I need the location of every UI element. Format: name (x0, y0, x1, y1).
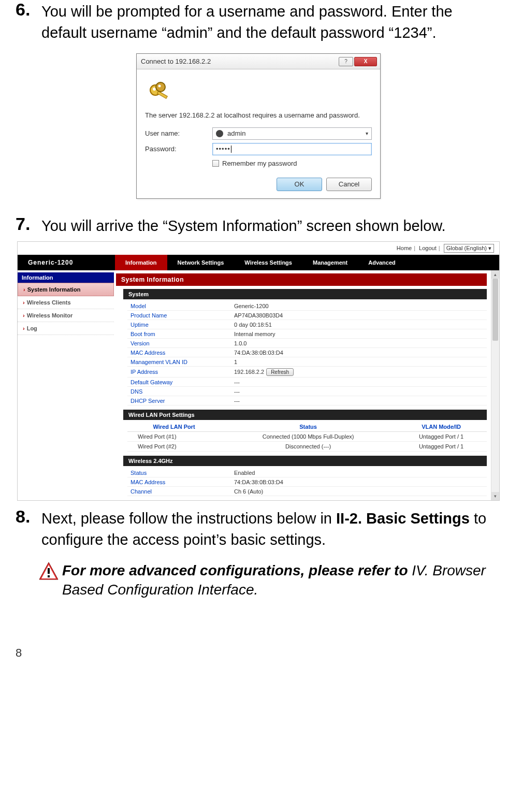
page-number: 8 (16, 646, 501, 660)
section-wireless-24: Wireless 2.4GHz (123, 456, 487, 466)
lan-table: Wired LAN PortStatusVLAN Mode/ID Wired P… (127, 422, 487, 452)
step-text: You will arrive the “System Information”… (41, 214, 446, 237)
wireless24-table: StatusEnabled MAC Address74:DA:38:0B:03:… (127, 468, 487, 496)
table-row: StatusEnabled (127, 468, 487, 477)
table-row: Product NameAP74DA380B03D4 (127, 311, 487, 320)
sidebar-item-wireless-clients[interactable]: ›Wireless Clients (18, 296, 114, 309)
scroll-thumb[interactable] (492, 279, 498, 341)
remember-label: Remember my password (222, 160, 297, 167)
chevron-down-icon[interactable]: ▾ (366, 130, 368, 136)
table-row: Wired Port (#1)Connected (1000 Mbps Full… (127, 432, 487, 442)
table-row: MAC Address74:DA:38:0B:03:D4 (127, 477, 487, 487)
home-link[interactable]: Home (397, 245, 412, 251)
table-row: DNS--- (127, 387, 487, 396)
brand: Generic-1200 (18, 259, 115, 266)
close-button[interactable]: X (354, 57, 377, 66)
table-row: Uptime0 day 00:18:51 (127, 320, 487, 329)
refresh-button[interactable]: Refresh (266, 368, 294, 376)
language-select[interactable]: Global (English) ▾ (444, 244, 494, 253)
logout-link[interactable]: Logout (419, 245, 437, 251)
step-text: You will be prompted for a username and … (41, 0, 501, 43)
keys-icon (145, 78, 174, 107)
step-8: 8. Next, please follow the instructions … (16, 507, 501, 550)
svg-point-4 (158, 85, 161, 88)
titlebar: Connect to 192.168.2.2 ? X (137, 54, 380, 69)
sidebar-item-log[interactable]: ›Log (18, 322, 114, 335)
system-table: ModelGeneric-1200 Product NameAP74DA380B… (127, 301, 487, 405)
router-admin-screenshot: Home| Logout| Global (English) ▾ Generic… (17, 241, 500, 501)
svg-point-3 (156, 82, 165, 92)
svg-point-1 (153, 88, 156, 91)
text-caret (231, 146, 231, 153)
main-nav: Generic-1200 Information Network Setting… (18, 255, 499, 270)
sidebar-item-system-information[interactable]: ›System Information (18, 283, 114, 296)
step-number: 8. (16, 507, 41, 550)
svg-rect-7 (48, 568, 50, 574)
remember-checkbox[interactable] (212, 160, 219, 167)
step-text: Next, please follow the instructions bel… (41, 507, 501, 550)
cancel-button[interactable]: Cancel (326, 178, 372, 191)
auth-dialog-wrap: Connect to 192.168.2.2 ? X The server 19… (16, 53, 501, 199)
table-row: Default Gateway--- (127, 378, 487, 387)
step-7: 7. You will arrive the “System Informati… (16, 214, 501, 237)
warning-icon (38, 561, 59, 582)
router-main: Information ›System Information ›Wireles… (18, 270, 499, 500)
password-value: ••••• (216, 145, 230, 153)
sidebar-item-wireless-monitor[interactable]: ›Wireless Monitor (18, 309, 114, 322)
panel-title: System Information (116, 273, 487, 286)
tab-management[interactable]: Management (302, 255, 358, 270)
tab-information[interactable]: Information (115, 255, 167, 270)
note-text: For more advanced configurations, please… (62, 561, 501, 600)
sidebar-head: Information (18, 272, 114, 283)
table-header-row: Wired LAN PortStatusVLAN Mode/ID (127, 422, 487, 432)
content-pane: ▴ ▾ System Information System ModelGener… (116, 270, 499, 500)
button-row: OK Cancel (145, 178, 372, 191)
tab-wireless-settings[interactable]: Wireless Settings (234, 255, 302, 270)
svg-rect-8 (48, 575, 50, 577)
remember-row: Remember my password (212, 160, 372, 167)
tab-advanced[interactable]: Advanced (358, 255, 406, 270)
step-number: 6. (16, 0, 41, 43)
scroll-down-icon[interactable]: ▾ (491, 492, 499, 500)
table-row: IP Address192.168.2.2Refresh (127, 367, 487, 378)
dialog-title: Connect to 192.168.2.2 (141, 57, 338, 65)
scroll-up-icon[interactable]: ▴ (491, 270, 499, 279)
section-system: System (123, 289, 487, 299)
table-row: ChannelCh 6 (Auto) (127, 487, 487, 496)
sidebar: Information ›System Information ›Wireles… (18, 270, 116, 500)
table-row: MAC Address74:DA:38:0B:03:D4 (127, 348, 487, 357)
username-value: admin (227, 129, 245, 137)
dialog-body: The server 192.168.2.2 at localhost requ… (137, 69, 380, 198)
note: For more advanced configurations, please… (38, 561, 501, 600)
section-lan: Wired LAN Port Settings (123, 410, 487, 420)
auth-prompt-text: The server 192.168.2.2 at localhost requ… (145, 111, 372, 120)
auth-dialog: Connect to 192.168.2.2 ? X The server 19… (136, 53, 381, 199)
password-input[interactable]: ••••• (212, 143, 372, 155)
ok-button[interactable]: OK (277, 178, 322, 191)
scrollbar[interactable]: ▴ ▾ (491, 270, 499, 500)
step-number: 7. (16, 214, 41, 237)
table-row: Wired Port (#2)Disconnected (---)Untagge… (127, 442, 487, 452)
password-label: Password: (145, 145, 212, 153)
step-6: 6. You will be prompted for a username a… (16, 0, 501, 43)
username-label: User name: (145, 129, 212, 137)
help-button[interactable]: ? (339, 57, 353, 66)
svg-rect-2 (157, 91, 168, 98)
user-icon (216, 130, 223, 137)
table-row: Version1.0.0 (127, 339, 487, 348)
table-row: DHCP Server--- (127, 396, 487, 405)
table-row: Management VLAN ID1 (127, 357, 487, 367)
password-row: Password: ••••• (145, 143, 372, 155)
username-row: User name: admin ▾ (145, 127, 372, 140)
table-row: Boot fromInternal memory (127, 329, 487, 339)
username-input[interactable]: admin ▾ (212, 127, 372, 140)
tab-network-settings[interactable]: Network Settings (167, 255, 235, 270)
table-row: ModelGeneric-1200 (127, 301, 487, 311)
top-links: Home| Logout| Global (English) ▾ (18, 242, 499, 255)
